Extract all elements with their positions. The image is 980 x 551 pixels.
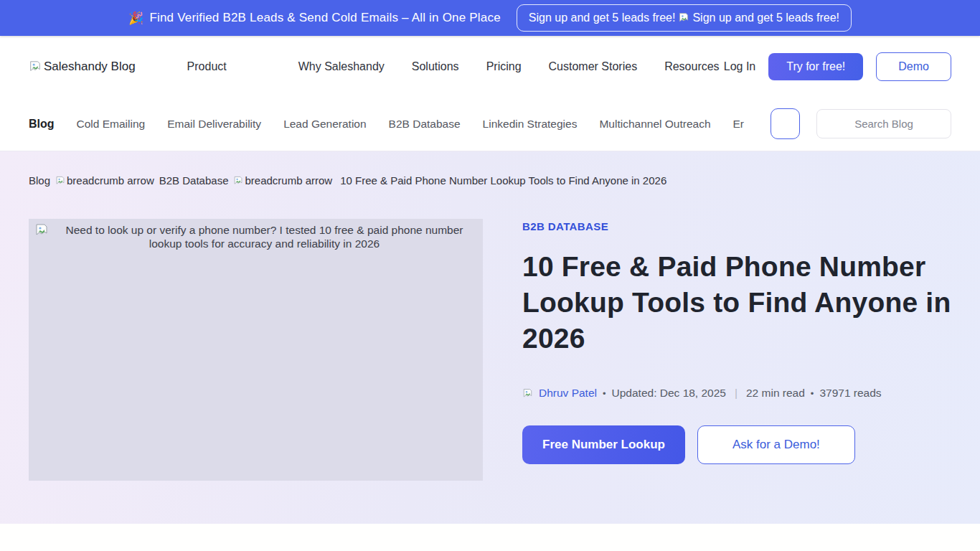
demo-button[interactable]: Demo — [876, 52, 951, 81]
blog-nav-item-cold-emailing[interactable]: Cold Emailing — [77, 118, 146, 131]
breadcrumb-arrow-alt: breadcrumb arrow — [245, 174, 332, 187]
meta-separator-pipe: | — [732, 387, 740, 400]
breadcrumb: Blog breadcrumb arrow B2B Database bread… — [29, 174, 951, 187]
cta-row: Free Number Lookup Ask for a Demo! — [522, 425, 951, 464]
header-actions: Log In Try for free! Demo — [724, 52, 951, 81]
signup-cta-button[interactable]: Sign up and get 5 leads free! Sign up an… — [517, 4, 852, 32]
login-link[interactable]: Log In — [724, 60, 755, 73]
article-header: B2B DATABASE 10 Free & Paid Phone Number… — [522, 219, 951, 481]
promo-banner: 🎉 Find Verified B2B Leads & Send Cold Em… — [0, 0, 980, 36]
featured-image-alt-text: Need to look up or verify a phone number… — [52, 223, 477, 251]
meta-separator-dot: • — [811, 388, 814, 399]
breadcrumb-item-b2b-database[interactable]: B2B Database — [159, 174, 229, 187]
saleshandy-logo[interactable]: Saleshandy Blog — [29, 60, 136, 74]
logo-alt-text: Saleshandy Blog — [44, 60, 136, 74]
blog-nav-item-linkedin-strategies[interactable]: Linkedin Strategies — [483, 118, 578, 131]
main-nav: Product Why Saleshandy Solutions Pricing… — [187, 60, 720, 73]
breadcrumb-arrow-alt: breadcrumb arrow — [67, 174, 154, 187]
broken-image-icon — [34, 223, 49, 237]
broken-image-icon — [678, 12, 689, 24]
ask-for-demo-button[interactable]: Ask for a Demo! — [697, 425, 855, 464]
article-title: 10 Free & Paid Phone Number Lookup Tools… — [522, 249, 951, 357]
updated-date: Updated: Dec 18, 2025 — [612, 387, 726, 400]
party-popper-icon: 🎉 — [128, 11, 143, 26]
nav-more-button[interactable] — [771, 108, 800, 139]
blog-nav-item-b2b-database[interactable]: B2B Database — [389, 118, 461, 131]
broken-image-icon — [55, 176, 65, 186]
banner-message: 🎉 Find Verified B2B Leads & Send Cold Em… — [128, 11, 501, 26]
blog-nav-item-truncated[interactable]: Er — [733, 118, 745, 131]
read-time: 22 min read — [746, 387, 805, 400]
breadcrumb-item-blog[interactable]: Blog — [29, 174, 50, 187]
blog-nav-item-blog[interactable]: Blog — [29, 118, 55, 131]
free-number-lookup-button[interactable]: Free Number Lookup — [522, 425, 685, 464]
reads-count: 37971 reads — [819, 387, 881, 400]
breadcrumb-arrow-icon: breadcrumb arrow — [233, 174, 332, 187]
blog-nav: Blog Cold Emailing Email Deliverability … — [0, 97, 980, 151]
hero-section: Blog breadcrumb arrow B2B Database bread… — [0, 151, 980, 524]
footer-strip — [0, 524, 980, 551]
breadcrumb-item-current: 10 Free & Paid Phone Number Lookup Tools… — [340, 174, 666, 187]
blog-nav-item-lead-generation[interactable]: Lead Generation — [283, 118, 366, 131]
author-avatar — [522, 388, 533, 399]
breadcrumb-arrow-icon: breadcrumb arrow — [55, 174, 154, 187]
main-header: Saleshandy Blog Product Why Saleshandy S… — [0, 36, 980, 97]
signup-cta-label: Sign up and get 5 leads free! — [529, 11, 676, 24]
nav-item-customer-stories[interactable]: Customer Stories — [549, 60, 638, 73]
nav-item-solutions[interactable]: Solutions — [412, 60, 459, 73]
author-link[interactable]: Dhruv Patel — [539, 387, 597, 400]
blog-nav-item-email-deliverability[interactable]: Email Deliverability — [167, 118, 261, 131]
try-for-free-button[interactable]: Try for free! — [768, 53, 863, 80]
search-input[interactable] — [816, 109, 951, 138]
nav-item-product[interactable]: Product — [187, 60, 227, 73]
banner-text: Find Verified B2B Leads & Send Cold Emai… — [149, 11, 500, 25]
meta-separator-dot: • — [603, 388, 606, 399]
blog-nav-item-multichannel-outreach[interactable]: Multichannel Outreach — [599, 118, 710, 131]
hero-grid: Need to look up or verify a phone number… — [29, 219, 951, 481]
nav-item-pricing[interactable]: Pricing — [486, 60, 522, 73]
article-meta: Dhruv Patel • Updated: Dec 18, 2025 | 22… — [522, 387, 951, 400]
signup-cta-img-alt: Sign up and get 5 leads free! — [692, 11, 839, 24]
category-label[interactable]: B2B DATABASE — [522, 220, 608, 232]
nav-item-why-saleshandy[interactable]: Why Saleshandy — [298, 60, 385, 73]
featured-image: Need to look up or verify a phone number… — [29, 219, 483, 481]
broken-image-icon — [233, 176, 243, 186]
broken-image-icon — [29, 60, 42, 73]
nav-item-resources[interactable]: Resources — [664, 60, 719, 73]
